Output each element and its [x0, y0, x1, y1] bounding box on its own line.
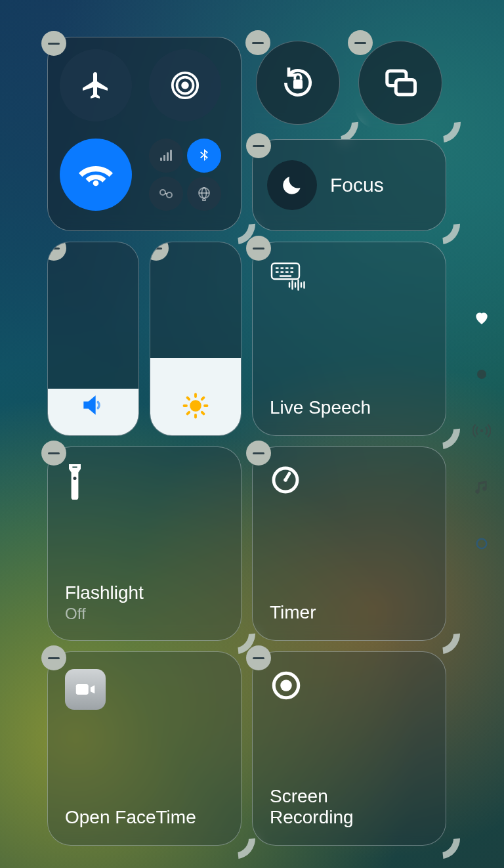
- circle-outline-icon: [474, 536, 489, 551]
- cellular-icon: [158, 148, 174, 163]
- page-dot-favorites[interactable]: [472, 309, 491, 327]
- remove-button[interactable]: [348, 30, 373, 55]
- resize-handle[interactable]: [213, 613, 245, 644]
- music-icon: [473, 479, 490, 496]
- remove-button[interactable]: [41, 645, 66, 670]
- timer-icon: [270, 464, 301, 496]
- page-dot-media[interactable]: [472, 478, 491, 496]
- rotation-lock-tile[interactable]: [252, 37, 344, 129]
- remove-button[interactable]: [41, 31, 66, 56]
- resize-handle[interactable]: [213, 817, 245, 849]
- antenna-icon: [472, 422, 491, 440]
- remove-button[interactable]: [246, 236, 271, 261]
- connectivity-tile[interactable]: [47, 37, 242, 231]
- airdrop-icon: [170, 70, 200, 100]
- svg-point-8: [167, 192, 172, 198]
- svg-point-23: [477, 539, 487, 549]
- sun-icon: [182, 392, 209, 420]
- hotspot-toggle[interactable]: [149, 177, 183, 211]
- svg-point-16: [73, 477, 76, 480]
- globe-icon: [196, 186, 212, 202]
- timer-tile[interactable]: Timer: [252, 446, 446, 641]
- page-indicator[interactable]: [470, 309, 494, 553]
- flashlight-status: Off: [65, 605, 224, 623]
- volume-slider[interactable]: [47, 242, 139, 436]
- flashlight-tile[interactable]: Flashlight Off: [47, 446, 242, 641]
- airplane-icon: [80, 70, 112, 101]
- speaker-icon: [79, 391, 108, 420]
- resize-handle[interactable]: [418, 203, 450, 234]
- bluetooth-toggle[interactable]: [187, 139, 221, 173]
- remove-button[interactable]: [246, 133, 271, 158]
- live-speech-label: Live Speech: [270, 397, 429, 418]
- resize-handle[interactable]: [418, 408, 450, 439]
- control-center-grid: Focus Live Speech: [47, 37, 457, 846]
- svg-point-14: [190, 400, 201, 412]
- live-speech-icon: [270, 259, 309, 291]
- svg-rect-19: [76, 684, 89, 695]
- bluetooth-icon: [196, 148, 212, 163]
- page-dot-current[interactable]: [472, 365, 491, 383]
- brightness-slider[interactable]: [150, 242, 242, 436]
- rotation-lock-icon: [280, 64, 316, 101]
- svg-rect-3: [160, 158, 162, 161]
- flashlight-icon: [65, 464, 85, 500]
- airplane-mode-toggle[interactable]: [60, 49, 132, 121]
- svg-rect-11: [293, 79, 303, 89]
- connectivity-mini-controls: [149, 139, 221, 211]
- record-icon: [270, 669, 303, 702]
- airdrop-toggle[interactable]: [149, 49, 221, 121]
- svg-point-22: [480, 429, 484, 433]
- svg-point-21: [280, 680, 292, 691]
- svg-point-7: [160, 190, 165, 195]
- svg-point-18: [284, 478, 287, 482]
- timer-label: Timer: [270, 602, 429, 623]
- remove-button[interactable]: [245, 30, 270, 55]
- focus-tile[interactable]: Focus: [252, 139, 446, 231]
- flashlight-label: Flashlight: [65, 582, 224, 603]
- remove-button[interactable]: [246, 441, 271, 466]
- remove-button[interactable]: [47, 242, 66, 261]
- video-icon: [73, 677, 98, 702]
- svg-rect-4: [163, 155, 165, 161]
- resize-handle[interactable]: [316, 101, 348, 133]
- moon-icon: [280, 173, 304, 198]
- focus-label: Focus: [330, 174, 384, 196]
- resize-handle[interactable]: [418, 817, 450, 849]
- resize-handle[interactable]: [213, 203, 245, 234]
- svg-rect-5: [167, 152, 169, 161]
- screen-recording-label: Screen Recording: [270, 786, 429, 828]
- screen-recording-tile[interactable]: Screen Recording: [252, 651, 446, 846]
- svg-point-0: [181, 81, 189, 89]
- facetime-tile[interactable]: Open FaceTime: [47, 651, 242, 846]
- facetime-label: Open FaceTime: [65, 807, 224, 828]
- hotspot-icon: [158, 186, 174, 202]
- wifi-toggle[interactable]: [60, 139, 132, 211]
- resize-handle[interactable]: [418, 613, 450, 644]
- facetime-app-icon: [65, 669, 106, 710]
- page-dot-connectivity[interactable]: [472, 422, 491, 440]
- live-speech-tile[interactable]: Live Speech: [252, 242, 446, 436]
- screen-mirroring-tile[interactable]: [354, 37, 446, 129]
- resize-handle[interactable]: [419, 101, 450, 133]
- svg-rect-6: [170, 150, 172, 161]
- remove-button[interactable]: [150, 242, 169, 261]
- heart-icon: [473, 309, 490, 326]
- remove-button[interactable]: [41, 441, 66, 466]
- screen-mirroring-icon: [383, 65, 418, 100]
- svg-rect-13: [396, 80, 415, 95]
- page-dot-home[interactable]: [472, 534, 491, 553]
- cellular-toggle[interactable]: [149, 139, 183, 173]
- remove-button[interactable]: [246, 645, 271, 670]
- wifi-icon: [79, 158, 113, 192]
